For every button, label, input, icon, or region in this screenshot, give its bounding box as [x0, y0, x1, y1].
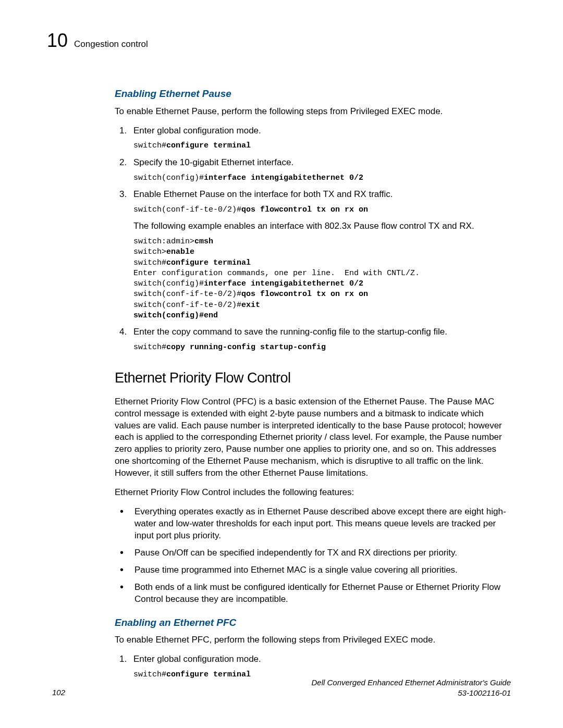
pause-step-3-text: Enable Ethernet Pause on the interface f…	[133, 189, 511, 201]
pause-step-4-text: Enter the copy command to save the runni…	[133, 326, 511, 338]
pause-step-1: Enter global configuration mode. switch#…	[129, 125, 511, 152]
heading-pfc: Ethernet Priority Flow Control	[115, 368, 511, 387]
pause-step-2: Specify the 10-gigabit Ethernet interfac…	[129, 157, 511, 183]
footer: 102 Dell Converged Enhanced Ethernet Adm…	[52, 677, 511, 698]
running-head: 10 Congestion control	[47, 31, 511, 51]
code-plain: switch(config)#	[133, 174, 204, 182]
code-plain: switch#	[133, 258, 166, 267]
code-bold: copy running-config startup-config	[166, 343, 326, 352]
code-plain: Enter configuration commands, one per li…	[133, 269, 420, 278]
code-bold: switch(config)#end	[133, 311, 218, 320]
pfc-features: Everything operates exactly as in Ethern…	[115, 506, 511, 606]
bullet-item: Pause On/Off can be specified independen…	[129, 547, 511, 559]
code-bold: cmsh	[194, 237, 213, 246]
pause-step-4: Enter the copy command to save the runni…	[129, 326, 511, 353]
code-bold: qos flowcontrol tx on rx on	[241, 205, 368, 214]
pause-step-3-after: The following example enables an interfa…	[133, 220, 511, 232]
code-plain: switch(config)#	[133, 279, 204, 288]
pause-intro: To enable Ethernet Pause, perform the fo…	[115, 106, 511, 118]
chapter-title: Congestion control	[74, 39, 148, 51]
code-plain: switch#	[133, 141, 166, 150]
pfc-step-1: Enter global configuration mode. switch#…	[129, 653, 511, 680]
code-bold: enable	[166, 248, 194, 256]
pfc-steps: Enter global configuration mode. switch#…	[115, 653, 511, 680]
code-plain: switch(conf-if-te-0/2)#	[133, 205, 241, 214]
code-plain: switch(conf-if-te-0/2)#	[133, 290, 241, 299]
pause-step-2-text: Specify the 10-gigabit Ethernet interfac…	[133, 157, 511, 169]
footer-guide-title: Dell Converged Enhanced Ethernet Adminis…	[311, 678, 511, 687]
subheading-enabling-pause: Enabling Ethernet Pause	[115, 87, 511, 101]
pause-step-3: Enable Ethernet Pause on the interface f…	[129, 189, 511, 321]
subheading-enabling-pfc: Enabling an Ethernet PFC	[115, 616, 511, 630]
code-bold: interface intengigabitethernet 0/2	[204, 174, 363, 182]
code-plain: switch>	[133, 248, 166, 256]
code-bold: exit	[241, 301, 260, 310]
pause-step-2-code: switch(config)#interface intengigabiteth…	[133, 173, 511, 183]
code-bold: configure terminal	[166, 141, 251, 150]
pause-step-4-code: switch#copy running-config startup-confi…	[133, 342, 511, 353]
page-number: 102	[52, 687, 65, 698]
chapter-number: 10	[47, 31, 68, 50]
content: Enabling Ethernet Pause To enable Ethern…	[115, 87, 511, 681]
bullet-item: Everything operates exactly as in Ethern…	[129, 506, 511, 542]
code-plain: switch#	[133, 343, 166, 352]
code-bold: qos flowcontrol tx on rx on	[241, 290, 368, 299]
pause-step-3-code: switch(conf-if-te-0/2)#qos flowcontrol t…	[133, 205, 511, 215]
pfc-intro: To enable Ethernet PFC, perform the foll…	[115, 634, 511, 646]
pfc-p1: Ethernet Priority Flow Control (PFC) is …	[115, 396, 511, 480]
code-plain: switch(conf-if-te-0/2)#	[133, 301, 241, 310]
pause-step-1-code: switch#configure terminal	[133, 141, 511, 151]
code-bold: configure terminal	[166, 258, 251, 267]
code-bold: interface intengigabitethernet 0/2	[204, 279, 363, 288]
footer-doc-number: 53-1002116-01	[458, 688, 511, 697]
bullet-item: Both ends of a link must be configured i…	[129, 582, 511, 606]
bullet-item: Pause time programmed into Ethernet MAC …	[129, 564, 511, 576]
pause-steps: Enter global configuration mode. switch#…	[115, 125, 511, 353]
page: 10 Congestion control Enabling Ethernet …	[0, 0, 563, 728]
pause-step-3-example: switch:admin>cmsh switch>enable switch#c…	[133, 237, 511, 321]
code-plain: switch:admin>	[133, 237, 194, 246]
pause-step-1-text: Enter global configuration mode.	[133, 125, 511, 137]
pfc-p2: Ethernet Priority Flow Control includes …	[115, 487, 511, 499]
pfc-step-1-text: Enter global configuration mode.	[133, 653, 511, 665]
